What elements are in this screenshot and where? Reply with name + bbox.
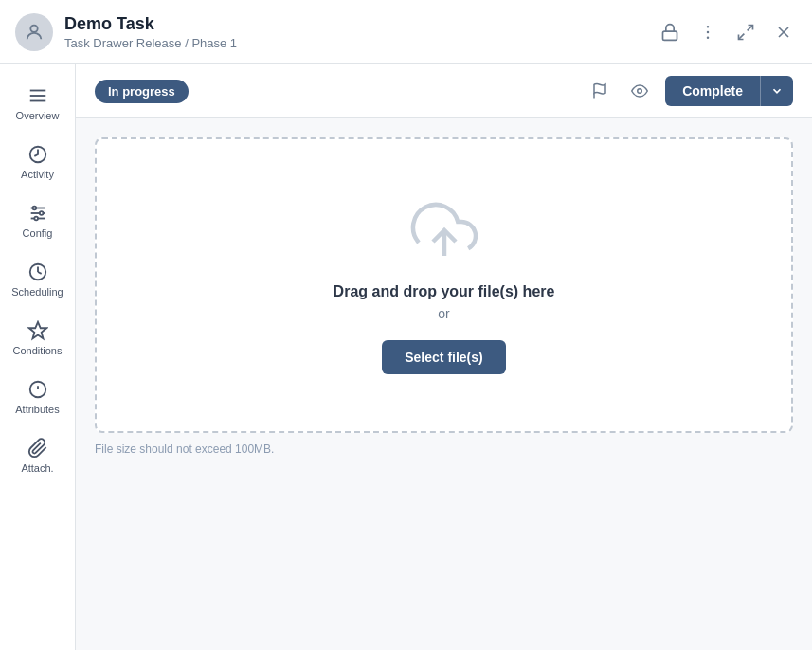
sidebar-item-config[interactable]: Config: [4, 193, 72, 248]
svg-point-2: [707, 25, 710, 27]
sidebar-attach-label: Attach.: [21, 462, 53, 474]
sidebar-item-attach[interactable]: Attach.: [4, 428, 72, 483]
overview-icon: [27, 85, 48, 106]
activity-icon: [27, 144, 48, 165]
header-actions: [657, 19, 797, 45]
svg-point-18: [34, 217, 38, 221]
complete-button[interactable]: Complete: [665, 76, 761, 106]
file-size-note: File size should not exceed 100MB.: [95, 442, 793, 456]
svg-point-0: [30, 25, 37, 31]
svg-point-17: [39, 211, 43, 215]
lock-button[interactable]: [657, 19, 683, 45]
sidebar: Overview Activity Config: [0, 64, 76, 650]
drag-drop-text: Drag and drop your file(s) here: [334, 283, 555, 300]
sidebar-conditions-label: Conditions: [13, 345, 63, 356]
or-text: or: [334, 306, 555, 321]
config-icon: [27, 203, 48, 224]
svg-line-21: [38, 272, 42, 274]
select-files-button[interactable]: Select file(s): [382, 340, 505, 374]
sidebar-item-conditions[interactable]: Conditions: [4, 311, 72, 366]
svg-line-6: [739, 33, 745, 39]
close-button[interactable]: [770, 19, 797, 45]
sidebar-overview-label: Overview: [16, 110, 60, 121]
main-content: In progress Complete: [76, 64, 812, 650]
svg-point-16: [32, 207, 36, 210]
upload-icon: [410, 196, 478, 268]
status-badge: In progress: [95, 80, 189, 103]
sidebar-item-attributes[interactable]: Attributes: [4, 370, 72, 424]
upload-text: Drag and drop your file(s) here or: [334, 283, 555, 321]
sidebar-scheduling-label: Scheduling: [11, 286, 63, 298]
sidebar-item-overview[interactable]: Overview: [4, 76, 72, 131]
attributes-icon: [27, 379, 48, 400]
conditions-icon: [27, 320, 48, 341]
flag-button[interactable]: [586, 77, 614, 105]
scheduling-icon: [27, 262, 48, 282]
content-area: Drag and drop your file(s) here or Selec…: [76, 118, 812, 650]
attach-icon: [27, 438, 48, 459]
svg-point-3: [707, 30, 710, 33]
more-options-button[interactable]: [695, 19, 721, 45]
svg-point-4: [707, 36, 710, 39]
sidebar-item-activity[interactable]: Activity: [4, 135, 72, 190]
avatar: [15, 13, 53, 51]
toolbar: In progress Complete: [76, 64, 812, 118]
upload-dropzone[interactable]: Drag and drop your file(s) here or Selec…: [95, 137, 793, 433]
header-title-block: Demo Task Task Drawer Release / Phase 1: [64, 14, 657, 50]
app-header: Demo Task Task Drawer Release / Phase 1: [0, 0, 812, 64]
svg-marker-22: [28, 322, 45, 338]
complete-dropdown-button[interactable]: [761, 76, 793, 106]
sidebar-attributes-label: Attributes: [15, 404, 59, 415]
sidebar-config-label: Config: [23, 227, 53, 239]
sidebar-item-scheduling[interactable]: Scheduling: [4, 252, 72, 307]
eye-button[interactable]: [625, 77, 654, 105]
svg-rect-1: [663, 31, 677, 40]
svg-line-5: [748, 25, 753, 30]
expand-button[interactable]: [732, 19, 759, 45]
page-title: Demo Task: [64, 14, 657, 34]
sidebar-activity-label: Activity: [21, 169, 54, 180]
page-subtitle: Task Drawer Release / Phase 1: [64, 36, 657, 50]
svg-point-27: [638, 89, 642, 94]
complete-button-group: Complete: [665, 76, 793, 106]
